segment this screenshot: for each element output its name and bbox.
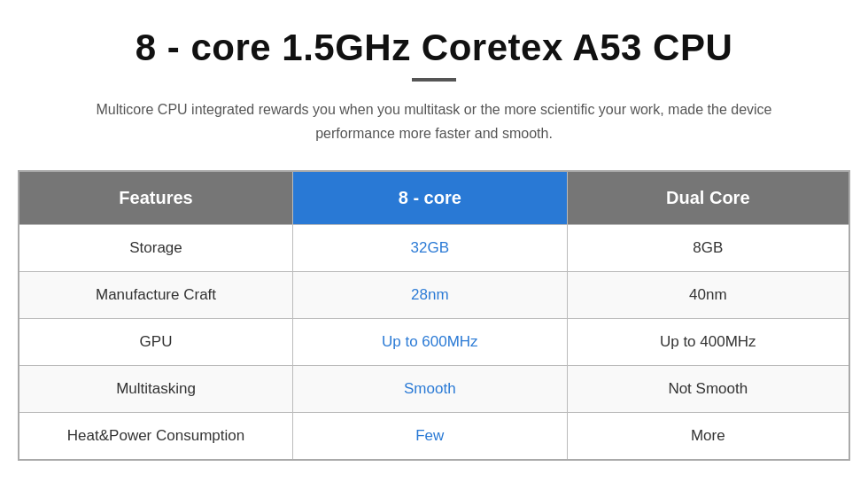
feature-cell: Heat&Power Consumption [19, 413, 293, 461]
table-header-row: Features 8 - core Dual Core [19, 171, 849, 225]
col1-cell: Few [293, 413, 568, 461]
header-dualcore: Dual Core [567, 171, 849, 225]
col2-cell: 8GB [567, 225, 849, 272]
comparison-table: Features 8 - core Dual Core Storage32GB8… [18, 170, 850, 461]
col1-cell: 32GB [293, 225, 568, 272]
feature-cell: Storage [19, 225, 293, 272]
header-features: Features [19, 171, 293, 225]
col2-cell: 40nm [567, 272, 849, 319]
col2-cell: More [567, 413, 849, 461]
col1-cell: 28nm [293, 272, 568, 319]
feature-cell: Manufacture Craft [19, 272, 293, 319]
col2-cell: Not Smooth [567, 366, 849, 413]
title-divider [412, 78, 456, 82]
table-row: Heat&Power ConsumptionFewMore [19, 413, 849, 461]
col1-cell: Smooth [293, 366, 568, 413]
col1-cell: Up to 600MHz [293, 319, 568, 366]
feature-cell: Multitasking [19, 366, 293, 413]
table-row: Manufacture Craft28nm40nm [19, 272, 849, 319]
subtitle: Multicore CPU integrated rewards you whe… [71, 97, 797, 145]
table-row: MultitaskingSmoothNot Smooth [19, 366, 849, 413]
table-row: Storage32GB8GB [19, 225, 849, 272]
col2-cell: Up to 400MHz [567, 319, 849, 366]
feature-cell: GPU [19, 319, 293, 366]
header-8core: 8 - core [293, 171, 568, 225]
table-row: GPUUp to 600MHzUp to 400MHz [19, 319, 849, 366]
page-title: 8 - core 1.5GHz Coretex A53 CPU [136, 27, 733, 69]
